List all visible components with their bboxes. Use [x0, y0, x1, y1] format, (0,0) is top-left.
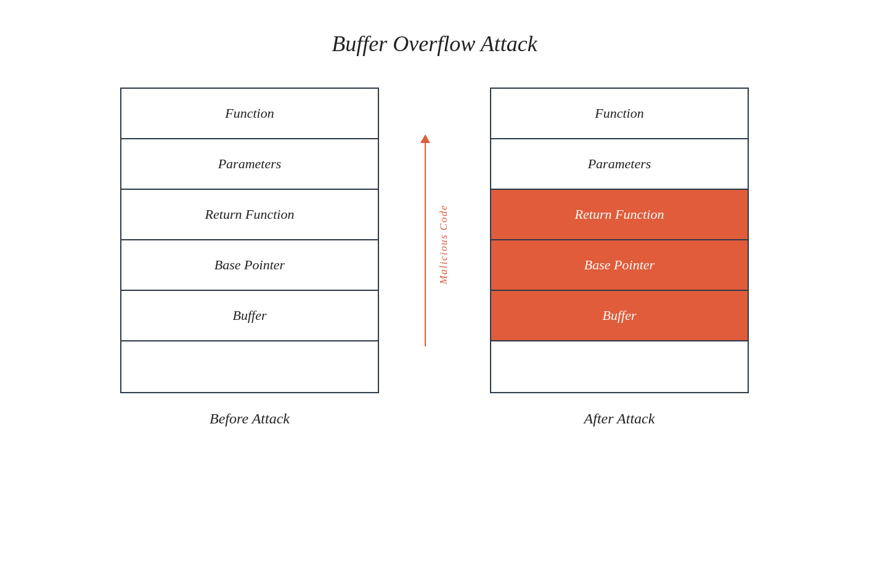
before-cell-2: Return Function [121, 190, 378, 240]
after-cell-5 [491, 341, 748, 392]
after-cell-0: Function [491, 89, 748, 139]
after-diagram: FunctionParametersReturn FunctionBase Po… [490, 88, 749, 427]
before-cell-5 [121, 341, 378, 392]
diagrams-row: FunctionParametersReturn FunctionBase Po… [37, 88, 832, 427]
after-label: After Attack [584, 410, 655, 427]
before-cell-4: Buffer [121, 291, 378, 341]
page-title: Buffer Overflow Attack [332, 31, 537, 57]
before-stack: FunctionParametersReturn FunctionBase Po… [120, 88, 379, 393]
before-cell-0: Function [121, 89, 378, 139]
before-diagram: FunctionParametersReturn FunctionBase Po… [120, 88, 379, 427]
after-stack: FunctionParametersReturn FunctionBase Po… [490, 88, 749, 393]
before-cell-1: Parameters [121, 139, 378, 190]
middle-section: Malicious Code [379, 88, 490, 346]
before-cell-3: Base Pointer [121, 240, 378, 291]
after-cell-1: Parameters [491, 139, 748, 190]
after-cell-2: Return Function [491, 190, 748, 240]
after-cell-4: Buffer [491, 291, 748, 341]
page-container: Buffer Overflow Attack FunctionParameter… [0, 0, 869, 588]
arrow-label: Malicious Code [438, 205, 450, 284]
before-label: Before Attack [210, 410, 290, 427]
after-cell-3: Base Pointer [491, 240, 748, 291]
